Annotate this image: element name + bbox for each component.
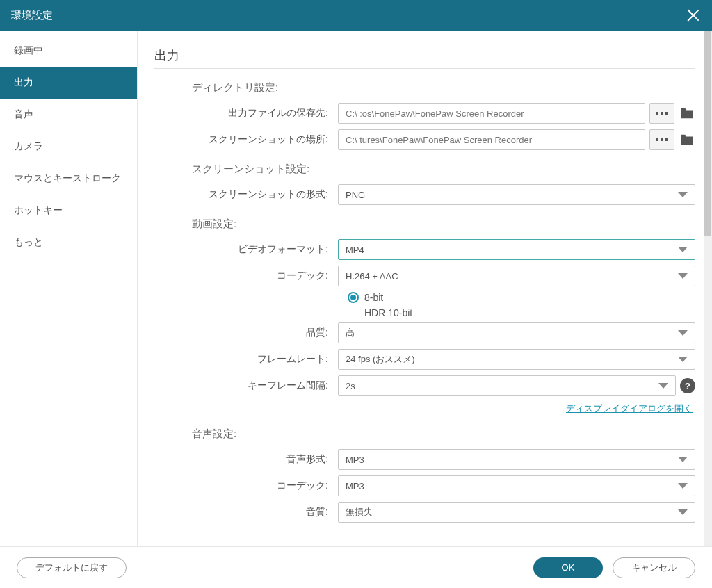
- label-keyframe: キーフレーム間隔:: [154, 379, 338, 392]
- sidebar-item-camera[interactable]: カメラ: [0, 131, 137, 163]
- section-title-audio: 音声設定:: [192, 427, 695, 441]
- chevron-down-icon: [678, 357, 688, 362]
- input-screenshot-path[interactable]: C:\ tures\FonePaw\FonePaw Screen Recorde…: [338, 129, 645, 150]
- sidebar-item-hotkey[interactable]: ホットキー: [0, 195, 137, 227]
- sidebar-item-output[interactable]: 出力: [0, 67, 137, 99]
- row-framerate: フレームレート: 24 fps (おススメ): [154, 349, 695, 370]
- sidebar-item-label: もっと: [14, 236, 43, 247]
- row-screenshot-path: スクリーンショットの場所: C:\ tures\FonePaw\FonePaw …: [154, 129, 695, 150]
- sidebar-item-recording[interactable]: 録画中: [0, 35, 137, 67]
- row-output-path: 出力ファイルの保存先: C:\ :os\FonePaw\FonePaw Scre…: [154, 103, 695, 124]
- row-video-format: ビデオフォーマット: MP4: [154, 239, 695, 260]
- ellipsis-icon: [656, 112, 668, 115]
- select-framerate[interactable]: 24 fps (おススメ): [338, 349, 695, 370]
- section-title-directory: ディレクトリ設定:: [192, 81, 695, 95]
- select-value: 高: [346, 327, 355, 339]
- label-output-path: 出力ファイルの保存先:: [154, 107, 338, 120]
- chevron-down-icon: [678, 247, 688, 252]
- folder-icon: [679, 133, 695, 146]
- chevron-down-icon: [678, 192, 688, 197]
- label-screenshot-format: スクリーンショットの形式:: [154, 188, 338, 201]
- sidebar-item-more[interactable]: もっと: [0, 227, 137, 259]
- select-value: MP3: [346, 455, 364, 465]
- ok-button[interactable]: OK: [533, 557, 603, 578]
- sidebar-item-label: カメラ: [14, 140, 43, 152]
- input-output-path[interactable]: C:\ :os\FonePaw\FonePaw Screen Recorder: [338, 103, 645, 124]
- row-screenshot-format: スクリーンショットの形式: PNG: [154, 184, 695, 205]
- sidebar-item-label: ホットキー: [14, 204, 63, 215]
- section-title-video: 動画設定:: [192, 218, 695, 231]
- radio-icon: [348, 292, 359, 303]
- select-value: MP3: [346, 481, 364, 491]
- label-screenshot-path: スクリーンショットの場所:: [154, 133, 338, 146]
- content-panel: 出力 ディレクトリ設定: 出力ファイルの保存先: C:\ :os\FonePaw…: [138, 31, 712, 546]
- label-audio-format: 音声形式:: [154, 453, 338, 466]
- chevron-down-icon: [678, 330, 688, 336]
- select-value: MP4: [346, 245, 364, 255]
- select-video-codec[interactable]: H.264 + AAC: [338, 266, 695, 286]
- ellipsis-icon: [656, 138, 668, 141]
- radio-label: HDR 10-bit: [364, 307, 412, 318]
- row-audio-codec: コーデック: MP3: [154, 475, 695, 496]
- row-video-quality: 品質: 高: [154, 322, 695, 343]
- section-title-screenshot: スクリーンショット設定:: [192, 163, 695, 176]
- scrollbar-thumb[interactable]: [704, 31, 711, 236]
- label-video-codec: コーデック:: [154, 270, 338, 282]
- select-keyframe[interactable]: 2s: [338, 375, 676, 396]
- label-framerate: フレームレート:: [154, 353, 338, 366]
- select-video-format[interactable]: MP4: [338, 239, 695, 260]
- browse-button-output[interactable]: [649, 103, 674, 124]
- open-display-dialog-link[interactable]: ディスプレイダイアログを開く: [566, 403, 693, 414]
- select-audio-format[interactable]: MP3: [338, 449, 695, 470]
- radio-8bit[interactable]: 8-bit: [348, 292, 695, 303]
- reset-defaults-button[interactable]: デフォルトに戻す: [17, 557, 127, 578]
- page-title: 出力: [154, 47, 695, 69]
- row-audio-format: 音声形式: MP3: [154, 449, 695, 470]
- label-video-quality: 品質:: [154, 327, 338, 339]
- select-value: PNG: [346, 190, 365, 200]
- footer: デフォルトに戻す OK キャンセル: [0, 546, 712, 588]
- help-icon[interactable]: ?: [680, 378, 695, 393]
- select-value: 2s: [346, 381, 355, 391]
- link-row: ディスプレイダイアログを開く: [154, 402, 693, 415]
- folder-icon: [679, 107, 695, 120]
- select-video-quality[interactable]: 高: [338, 322, 695, 343]
- select-value: 無損失: [346, 506, 373, 518]
- select-audio-codec[interactable]: MP3: [338, 475, 695, 496]
- chevron-down-icon: [678, 509, 688, 515]
- chevron-down-icon: [658, 383, 668, 389]
- select-value: 24 fps (おススメ): [346, 353, 415, 366]
- row-audio-quality: 音質: 無損失: [154, 502, 695, 523]
- browse-button-screenshot[interactable]: [649, 129, 674, 150]
- select-value: H.264 + AAC: [346, 271, 398, 281]
- chevron-down-icon: [678, 457, 688, 462]
- cancel-button[interactable]: キャンセル: [613, 557, 695, 578]
- open-folder-screenshot[interactable]: [679, 131, 695, 148]
- sidebar-item-label: マウスとキーストローク: [14, 172, 121, 183]
- sidebar-item-mouse-keystroke[interactable]: マウスとキーストローク: [0, 163, 137, 195]
- radio-label: 8-bit: [364, 292, 383, 303]
- chevron-down-icon: [678, 483, 688, 489]
- sidebar-item-label: 音声: [14, 108, 33, 120]
- label-audio-quality: 音質:: [154, 506, 338, 518]
- select-screenshot-format[interactable]: PNG: [338, 184, 695, 205]
- label-audio-codec: コーデック:: [154, 480, 338, 492]
- sidebar: 録画中 出力 音声 カメラ マウスとキーストローク ホットキー もっと: [0, 31, 138, 546]
- label-video-format: ビデオフォーマット:: [154, 243, 338, 256]
- titlebar: 環境設定: [0, 0, 712, 31]
- close-icon[interactable]: [686, 8, 701, 23]
- sidebar-item-audio[interactable]: 音声: [0, 99, 137, 131]
- select-audio-quality[interactable]: 無損失: [338, 502, 695, 523]
- radio-hdr10bit[interactable]: HDR 10-bit: [348, 307, 695, 318]
- window-title: 環境設定: [11, 9, 53, 22]
- row-video-codec: コーデック: H.264 + AAC: [154, 266, 695, 286]
- open-folder-output[interactable]: [679, 105, 695, 122]
- chevron-down-icon: [678, 273, 688, 279]
- sidebar-item-label: 録画中: [14, 44, 43, 56]
- sidebar-item-label: 出力: [14, 76, 33, 88]
- row-keyframe: キーフレーム間隔: 2s ?: [154, 375, 695, 396]
